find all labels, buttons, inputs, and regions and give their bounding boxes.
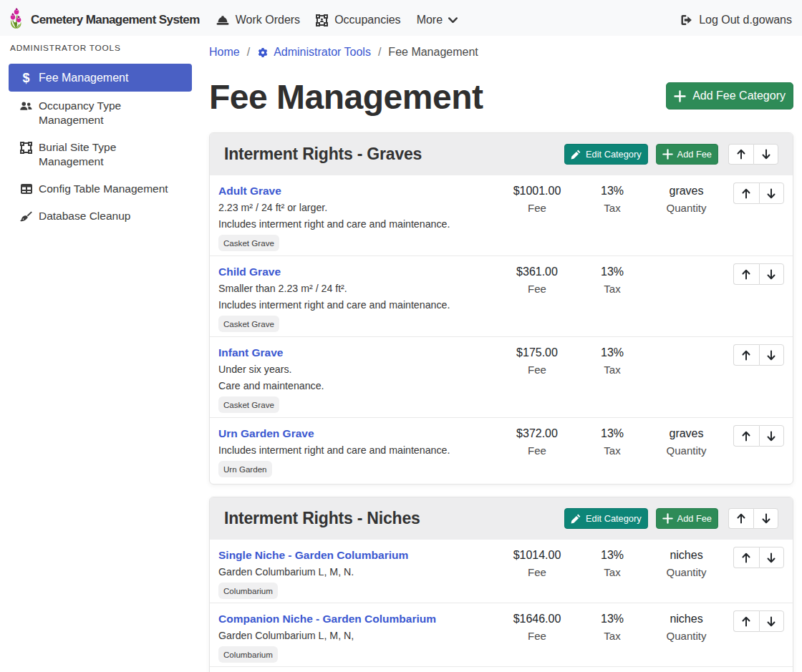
svg-text:$: $ [22,71,29,84]
